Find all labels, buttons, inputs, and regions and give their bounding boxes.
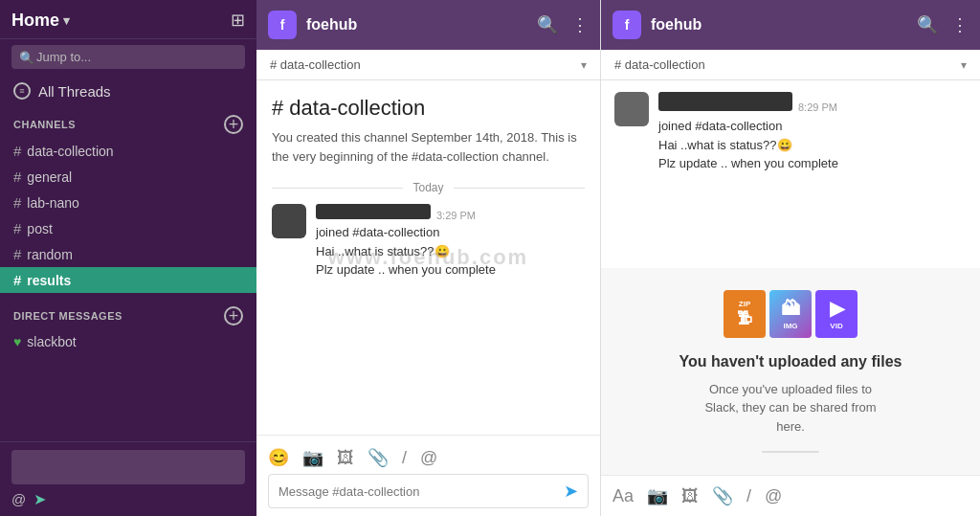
channel-item-post[interactable]: # post (0, 215, 256, 241)
heart-icon: ♥ (13, 334, 21, 349)
workspace-avatar: f (612, 11, 641, 39)
search-input[interactable] (11, 45, 245, 69)
text-format-icon[interactable]: Aa (612, 486, 634, 506)
emoji-icon[interactable]: 😊 (268, 447, 289, 468)
date-divider: Today (272, 181, 585, 194)
channels-section-header: CHANNELS + (0, 105, 256, 138)
threads-icon: ≡ (13, 82, 31, 100)
main-panels: f foehub 🔍 ⋮ # data-collection ▾ www.foe… (256, 0, 980, 516)
search-icon[interactable]: 🔍 (537, 14, 558, 35)
workspace-initial: f (280, 17, 285, 33)
dm-name: slackbot (27, 334, 76, 349)
at-icon: @ (11, 491, 26, 507)
workspace-name: foehub (651, 16, 907, 34)
avatar (614, 92, 649, 126)
more-options-icon[interactable]: ⋮ (571, 14, 589, 35)
avatar (272, 204, 306, 238)
sidebar-title[interactable]: Home ▾ (11, 11, 70, 31)
attachment-icon[interactable]: 📎 (712, 485, 733, 506)
camera-icon[interactable]: 📷 (302, 447, 323, 468)
home-label: Home (11, 11, 59, 31)
all-threads-item[interactable]: ≡ All Threads (0, 77, 256, 105)
search-wrap: 🔍 (11, 45, 245, 69)
redacted-username (658, 92, 792, 111)
channel-name: random (27, 247, 72, 262)
add-channel-button[interactable]: + (224, 115, 243, 134)
camera-icon[interactable]: 📷 (647, 485, 668, 506)
right-panel: f foehub 🔍 ⋮ # data-collection ▾ 8:29 PM (601, 0, 980, 516)
slash-command-icon[interactable]: / (746, 486, 751, 506)
message-meta: 8:29 PM (658, 92, 967, 115)
channel-item-lab-nano[interactable]: # lab-nano (0, 190, 256, 215)
message-text-2: Plz update .. when you complete (316, 260, 585, 280)
header-icons: 🔍 ⋮ (537, 14, 589, 35)
message-body: 3:29 PM joined #data-collection Hai ..wh… (316, 204, 585, 280)
right-panel-header: f foehub 🔍 ⋮ (601, 0, 980, 50)
message-time: 8:29 PM (798, 101, 837, 113)
dm-section-header: DIRECT MESSAGES + (0, 297, 256, 329)
sidebar-bottom-row: @ ➤ (11, 490, 245, 508)
channel-description: You created this channel September 14th,… (272, 128, 585, 166)
message-meta: 3:29 PM (316, 204, 585, 221)
message-action: joined #data-collection (316, 223, 585, 242)
channels-label: CHANNELS (13, 119, 76, 130)
hash-icon: # (13, 168, 21, 185)
channel-name: general (27, 169, 72, 185)
sidebar-bottom: @ ➤ (0, 441, 256, 516)
hash-icon: # (13, 143, 21, 159)
message-input-wrap: ➤ (268, 474, 589, 508)
add-dm-button[interactable]: + (224, 306, 243, 325)
no-files-description: Once you've uploaded files to Slack, the… (695, 380, 886, 437)
right-input-bar: Aa 📷 🖼 📎 / @ (601, 475, 980, 516)
sidebar-bottom-input[interactable] (11, 450, 245, 484)
channel-item-general[interactable]: # general (0, 164, 256, 190)
channel-breadcrumb[interactable]: # data-collection ▾ (256, 50, 600, 80)
chevron-down-icon: ▾ (581, 58, 587, 72)
message-input-bar: 😊 📷 🖼 📎 / @ ➤ (256, 435, 600, 516)
channel-name: results (27, 273, 71, 288)
image-file-icon: 🏔 IMG (769, 290, 812, 338)
message-time: 3:29 PM (436, 210, 476, 221)
chevron-down-icon: ▾ (961, 58, 967, 72)
header-icons: 🔍 ⋮ (917, 14, 969, 35)
hash-icon: # (13, 272, 21, 288)
search-icon: 🔍 (19, 50, 34, 64)
file-icon-group: ZIP 🗜 🏔 IMG ▶ VID (724, 290, 858, 338)
image-icon[interactable]: 🖼 (681, 486, 699, 506)
grid-icon[interactable]: ⊞ (231, 10, 245, 31)
redacted-username (316, 204, 431, 219)
dm-label: DIRECT MESSAGES (13, 310, 122, 322)
middle-panel-header: f foehub 🔍 ⋮ (256, 0, 600, 50)
right-channel-breadcrumb[interactable]: # data-collection ▾ (601, 50, 980, 80)
message-input[interactable] (278, 484, 556, 499)
hash-icon: # (13, 194, 21, 211)
channel-item-data-collection[interactable]: # data-collection (0, 138, 256, 164)
channel-item-results[interactable]: # results (0, 267, 256, 293)
message-group: 3:29 PM joined #data-collection Hai ..wh… (272, 204, 585, 280)
more-options-icon[interactable]: ⋮ (951, 14, 969, 35)
channel-item-random[interactable]: # random (0, 241, 256, 267)
mention-icon[interactable]: @ (765, 486, 782, 506)
right-messages: 8:29 PM joined #data-collection Hai ..wh… (601, 80, 980, 268)
channel-title: # data-collection (272, 96, 585, 121)
message-action: joined #data-collection (658, 117, 967, 136)
image-icon[interactable]: 🖼 (337, 448, 354, 468)
hash-icon: # (13, 220, 21, 236)
zip-file-icon: ZIP 🗜 (724, 290, 766, 338)
dm-section: DIRECT MESSAGES + ♥ slackbot (0, 297, 256, 354)
attachment-icon[interactable]: 📎 (368, 447, 389, 468)
mention-icon[interactable]: @ (420, 448, 437, 468)
slash-command-icon[interactable]: / (402, 448, 407, 468)
message-text-2: Plz update .. when you complete (658, 154, 967, 173)
send-icon: ➤ (33, 490, 46, 508)
hash-icon: # (13, 246, 21, 262)
date-label: Today (403, 181, 453, 194)
send-button[interactable]: ➤ (564, 481, 578, 502)
search-icon[interactable]: 🔍 (917, 14, 938, 35)
sidebar: Home ▾ ⊞ 🔍 ≡ All Threads CHANNELS + # da… (0, 0, 256, 516)
channel-name: post (27, 221, 52, 236)
input-icons-row: 😊 📷 🖼 📎 / @ (268, 443, 589, 474)
dm-item-slackbot[interactable]: ♥ slackbot (0, 329, 256, 354)
chevron-down-icon: ▾ (63, 13, 70, 28)
middle-panel-content: www.foehub.com # data-collection You cre… (256, 80, 600, 435)
